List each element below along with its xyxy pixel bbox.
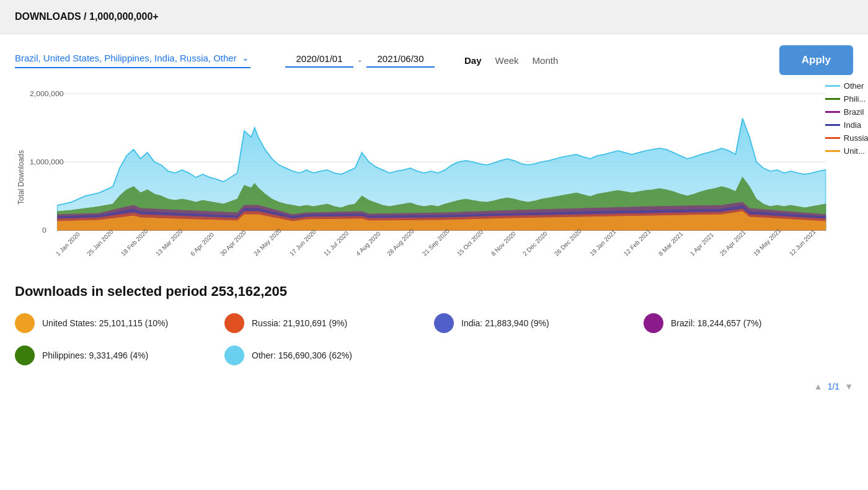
stat-philippines: Philippines: 9,331,496 (4%) [15,342,224,369]
stat-label-india: India: 21,883,940 (9%) [461,318,549,328]
page-next-button[interactable]: ▼ [844,381,853,391]
legend-item-russia: Russia [825,133,868,143]
legend-label-other: Other [844,81,864,91]
legend-label-brazil: Brazil [844,107,864,117]
svg-text:2,000,000: 2,000,000 [30,90,64,97]
x-axis: 1 Jan 2020 25 Jan 2020 18 Feb 2020 13 Ma… [30,245,868,279]
date-start-input[interactable] [285,53,353,68]
legend-color-india [825,124,840,126]
svg-text:1,000,000: 1,000,000 [30,158,64,166]
period-month-button[interactable]: Month [531,53,560,68]
legend-label-philippines: Phili... [844,94,866,104]
apply-button[interactable]: Apply [779,45,853,75]
stat-dot-us [15,313,35,333]
stat-dot-india [434,313,454,333]
stat-russia: Russia: 21,910,691 (9%) [224,310,434,337]
page-info: 1/1 [828,381,839,391]
stat-brazil: Brazil: 18,244,657 (7%) [644,310,853,337]
legend-item-other: Other [825,81,868,91]
legend-color-brazil [825,111,840,113]
legend-color-us [825,150,840,152]
legend-color-philippines [825,98,840,100]
legend-label-india: India [844,120,861,130]
stat-other: Other: 156,690,306 (62%) [224,342,434,369]
chart-legend: Other Phili... Brazil India Russia Unit.… [825,81,868,156]
legend-item-brazil: Brazil [825,107,868,117]
legend-item-india: India [825,120,868,130]
chart-svg: 2,000,000 1,000,000 0 [30,81,868,243]
date-range: - [285,53,435,68]
legend-item-philippines: Phili... [825,94,868,104]
date-separator: - [358,55,361,66]
pagination: ▲ 1/1 ▼ [0,375,868,398]
page-title: DOWNLOADS / 1,000,000,000+ [15,11,159,22]
page-prev-button[interactable]: ▲ [814,381,823,391]
header-bar: DOWNLOADS / 1,000,000,000+ [0,0,868,34]
stat-dot-brazil [644,313,663,333]
stat-label-us: United States: 25,101,115 (10%) [42,318,168,328]
svg-text:0: 0 [42,226,46,234]
legend-item-us: Unit... [825,146,868,156]
summary-title: Downloads in selected period 253,162,205 [15,283,853,300]
stats-grid: United States: 25,101,115 (10%) Russia: … [15,310,853,369]
country-selector[interactable]: Brazil, United States, Philippines, Indi… [15,53,250,68]
y-axis-label: Total Downloads [15,81,27,274]
legend-label-russia: Russia [844,133,868,143]
stat-india: India: 21,883,940 (9%) [434,310,644,337]
stat-dot-other [224,345,244,365]
period-week-button[interactable]: Week [494,53,520,68]
stat-label-other: Other: 156,690,306 (62%) [252,350,352,360]
date-end-input[interactable] [366,53,435,68]
legend-color-russia [825,137,840,139]
country-select-label: Brazil, United States, Philippines, Indi… [15,53,237,63]
chevron-down-icon: ⌄ [242,53,249,63]
stat-label-brazil: Brazil: 18,244,657 (7%) [671,318,761,328]
period-selector: Day Week Month [463,53,559,68]
controls-bar: Brazil, United States, Philippines, Indi… [0,34,868,75]
chart-container: 2,000,000 1,000,000 0 [30,81,868,274]
stat-label-philippines: Philippines: 9,331,496 (4%) [42,350,148,360]
summary-section: Downloads in selected period 253,162,205… [0,274,868,375]
chart-area: Total Downloads 2,000,000 1,000,000 0 [0,75,868,274]
legend-label-us: Unit... [844,146,865,156]
legend-color-other [825,85,840,87]
stat-dot-philippines [15,345,35,365]
stat-dot-russia [224,313,244,333]
stat-label-russia: Russia: 21,910,691 (9%) [252,318,347,328]
stat-us: United States: 25,101,115 (10%) [15,310,224,337]
period-day-button[interactable]: Day [463,53,483,68]
